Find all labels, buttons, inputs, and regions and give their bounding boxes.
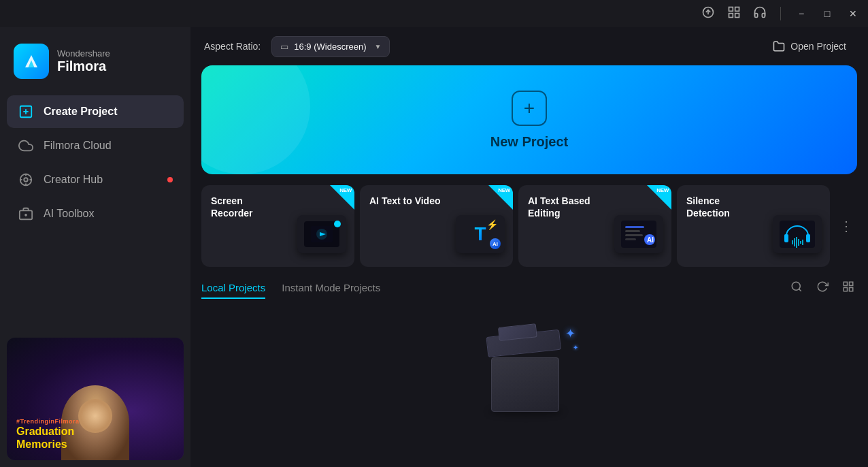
projects-tabs: Local Projects Instant Mode Projects: [201, 278, 857, 299]
feature-cards-row: NEW Screen Recorder: [190, 185, 868, 278]
svg-rect-43: [850, 282, 853, 285]
new-project-banner[interactable]: + New Project: [201, 65, 857, 174]
svg-rect-4: [729, 14, 733, 18]
main-content: Aspect Ratio: ▭ 16:9 (Widescreen) ▼ Open…: [190, 27, 868, 467]
sidebar-item-create-project[interactable]: Create Project: [7, 95, 184, 128]
text-edit-icon: AI: [621, 221, 656, 248]
creator-hub-icon: [18, 172, 34, 188]
sparkle-small-icon: ✦: [573, 344, 578, 351]
promo-card[interactable]: #TrendinginFilmora Graduation Memories: [7, 338, 184, 460]
view-toggle-button[interactable]: [839, 278, 857, 299]
sidebar-item-label: Create Project: [44, 106, 118, 118]
sidebar-item-label: AI Toolbox: [44, 208, 94, 220]
app-logo: Wondershare Filmora: [0, 33, 190, 95]
notification-dot: [167, 177, 173, 182]
search-icon: [790, 280, 803, 293]
app-body: Wondershare Filmora Create Project: [0, 27, 868, 467]
grid-view-icon: [842, 280, 854, 293]
logo-text: Wondershare Filmora: [57, 48, 110, 74]
silence-icon-area: [770, 207, 824, 261]
aspect-ratio-select[interactable]: ▭ 16:9 (Widescreen) ▼: [271, 36, 390, 57]
aspect-ratio-value: 16:9 (Widescreen): [294, 42, 366, 52]
chevron-down-icon: ▼: [374, 43, 381, 50]
feature-card-screen-recorder[interactable]: NEW Screen Recorder: [201, 185, 354, 267]
refresh-icon: [816, 280, 829, 293]
create-project-icon: [18, 103, 34, 120]
svg-rect-45: [850, 288, 853, 291]
promo-text: #TrendinginFilmora Graduation Memories: [16, 418, 80, 451]
refresh-projects-button[interactable]: [814, 278, 831, 299]
ai-edit-icon: AI: [614, 215, 663, 253]
sidebar-item-ai-toolbox[interactable]: AI Toolbox: [7, 197, 184, 230]
new-badge-text: NEW: [498, 187, 510, 193]
cloud-icon: [18, 138, 34, 154]
feature-card-ai-text-based-editing[interactable]: NEW AI Text Based Editing AI: [518, 185, 671, 267]
sidebar: Wondershare Filmora Create Project: [0, 27, 190, 467]
ai-text-icon-area: T ⚡ AI: [453, 207, 507, 261]
rec-indicator: [334, 221, 341, 227]
close-button[interactable]: ✕: [846, 7, 860, 20]
svg-rect-30: [780, 221, 815, 248]
logo-icon: [14, 44, 49, 79]
svg-rect-27: [625, 238, 636, 240]
svg-point-40: [792, 282, 800, 290]
ai-badge: AI: [490, 238, 501, 249]
upload-icon[interactable]: [701, 5, 715, 22]
card-title: AI Text to Video: [369, 195, 443, 207]
screen-recorder-icon-area: [295, 207, 349, 261]
promo-title-line2: Memories: [16, 438, 80, 451]
sidebar-item-creator-hub[interactable]: Creator Hub: [7, 163, 184, 196]
svg-text:AI: AI: [647, 236, 654, 244]
box-highlight: [491, 357, 559, 412]
maximize-button[interactable]: □: [820, 7, 834, 20]
projects-section: Local Projects Instant Mode Projects: [190, 278, 868, 467]
promo-badge: #TrendinginFilmora: [16, 418, 80, 425]
ellipsis-vertical-icon: ⋮: [839, 218, 853, 234]
ai-edit-icon-area: AI: [612, 207, 666, 261]
svg-point-11: [24, 178, 28, 182]
ai-toolbox-icon: [18, 206, 34, 222]
new-project-plus-icon: +: [512, 91, 547, 126]
minimize-button[interactable]: −: [795, 7, 808, 20]
sidebar-item-label: Creator Hub: [44, 174, 103, 186]
brand-name: Wondershare: [57, 48, 110, 59]
grid-icon[interactable]: [727, 5, 741, 22]
tab-instant-mode-projects[interactable]: Instant Mode Projects: [282, 278, 380, 299]
svg-rect-5: [735, 14, 739, 18]
card-title: Screen Recorder: [211, 195, 284, 219]
feature-card-silence-detection[interactable]: Silence Detection: [677, 185, 830, 267]
titlebar-controls: − □ ✕: [795, 7, 860, 20]
search-projects-button[interactable]: [788, 278, 805, 299]
svg-rect-26: [625, 234, 643, 236]
card-title: Silence Detection: [686, 195, 760, 219]
svg-rect-25: [625, 230, 640, 232]
tab-local-projects[interactable]: Local Projects: [201, 278, 265, 299]
svg-rect-3: [735, 7, 739, 12]
sparkle-icon: ✦: [565, 326, 575, 341]
more-cards-button[interactable]: ⋮: [835, 185, 857, 267]
svg-rect-44: [844, 288, 847, 291]
topbar: Aspect Ratio: ▭ 16:9 (Widescreen) ▼ Open…: [190, 27, 868, 65]
sidebar-item-label: Filmora Cloud: [44, 140, 112, 152]
play-icon: [311, 226, 333, 242]
svg-rect-2: [729, 7, 733, 12]
open-project-button[interactable]: Open Project: [765, 35, 854, 58]
spark-icon: ⚡: [486, 219, 498, 230]
sidebar-item-filmora-cloud[interactable]: Filmora Cloud: [7, 129, 184, 162]
card-title: AI Text Based Editing: [528, 195, 601, 219]
recorder-icon: [297, 215, 346, 253]
silence-icon: [773, 215, 822, 253]
headphone-waveform-icon: [780, 221, 815, 248]
svg-rect-32: [806, 234, 810, 242]
svg-rect-31: [784, 234, 788, 242]
feature-card-ai-text-to-video[interactable]: NEW AI Text to Video T ⚡ AI: [360, 185, 513, 267]
headset-icon[interactable]: [753, 5, 767, 22]
open-project-label: Open Project: [790, 41, 846, 52]
empty-state: ✦ ✦: [201, 310, 857, 467]
folder-icon: [773, 40, 785, 52]
new-badge-text: NEW: [656, 187, 669, 193]
sidebar-nav: Create Project Filmora Cloud: [0, 95, 190, 331]
new-badge-text: NEW: [339, 187, 352, 193]
projects-toolbar: [788, 278, 857, 299]
new-project-label: New Project: [490, 134, 568, 150]
